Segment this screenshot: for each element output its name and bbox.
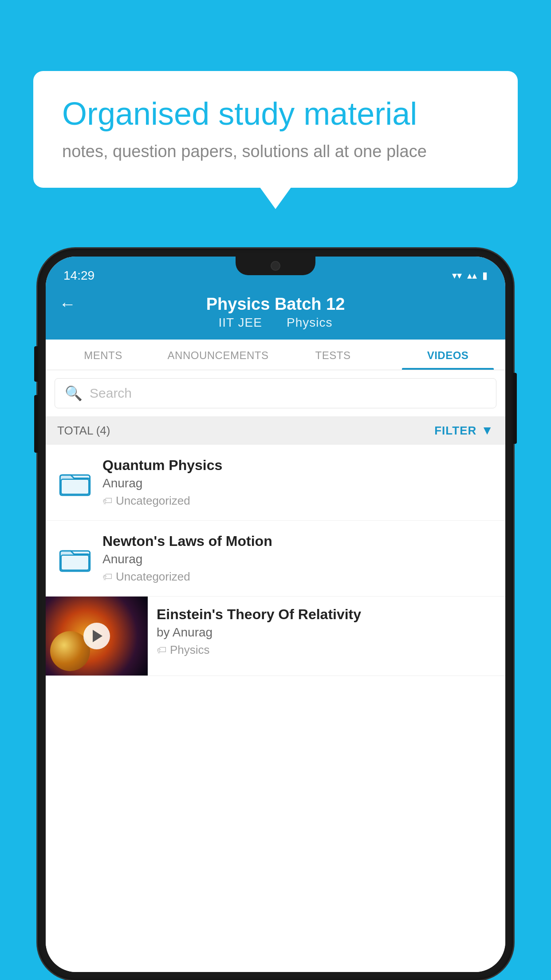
phone-btn-volume-up (34, 346, 38, 382)
back-button[interactable]: ← (59, 295, 76, 314)
search-icon: 🔍 (65, 385, 83, 402)
header-row: ← Physics Batch 12 (59, 295, 492, 314)
tab-videos[interactable]: VIDEOS (390, 340, 505, 370)
video-author: by Anurag (157, 625, 496, 640)
video-title: Einstein's Theory Of Relativity (157, 606, 496, 623)
tag-label: Physics (170, 643, 210, 657)
list-item[interactable]: Newton's Laws of Motion Anurag 🏷 Uncateg… (46, 521, 505, 597)
tag-icon: 🏷 (157, 644, 166, 656)
speech-bubble-section: Organised study material notes, question… (33, 71, 518, 188)
video-folder-icon (57, 463, 93, 502)
tab-ments[interactable]: MENTS (46, 340, 161, 370)
phone-btn-volume-down (34, 395, 38, 453)
video-title: Newton's Laws of Motion (102, 533, 494, 549)
tag-icon: 🏷 (102, 571, 112, 583)
video-author: Anurag (102, 476, 494, 490)
list-item[interactable]: Quantum Physics Anurag 🏷 Uncategorized (46, 445, 505, 521)
folder-svg (59, 466, 91, 498)
filter-funnel-icon: ▼ (481, 423, 494, 438)
list-item[interactable]: Einstein's Theory Of Relativity by Anura… (46, 597, 505, 676)
total-count: TOTAL (4) (57, 424, 110, 438)
svg-rect-3 (61, 555, 89, 570)
speech-bubble-heading: Organised study material (62, 95, 489, 132)
phone-btn-power (513, 373, 517, 444)
video-info: Quantum Physics Anurag 🏷 Uncategorized (102, 457, 494, 508)
video-title: Quantum Physics (102, 457, 494, 474)
folder-svg (59, 542, 91, 574)
status-time: 14:29 (63, 269, 94, 283)
search-container: 🔍 Search (46, 370, 505, 416)
signal-icon: ▴▴ (467, 270, 477, 281)
tag-icon: 🏷 (102, 495, 112, 507)
tab-tests[interactable]: TESTS (276, 340, 390, 370)
phone-camera (271, 261, 280, 271)
speech-bubble-subtext: notes, question papers, solutions all at… (62, 142, 489, 161)
play-button[interactable] (83, 623, 110, 649)
video-tag: 🏷 Uncategorized (102, 570, 494, 584)
subtitle-part2: Physics (287, 316, 332, 329)
phone-outer-frame: 14:29 ▾▾ ▴▴ ▮ ← Physics Batch 12 IIT JEE… (38, 249, 513, 980)
video-folder-icon (57, 539, 93, 578)
wifi-icon: ▾▾ (452, 270, 462, 281)
video-author: Anurag (102, 552, 494, 566)
filter-label: FILTER (434, 424, 476, 438)
video-thumbnail (46, 597, 148, 676)
status-icons: ▾▾ ▴▴ ▮ (452, 270, 488, 281)
speech-bubble: Organised study material notes, question… (33, 71, 518, 188)
search-placeholder: Search (90, 386, 132, 401)
subtitle-part1: IIT JEE (219, 316, 262, 329)
app-title: Physics Batch 12 (206, 295, 345, 314)
app-subtitle: IIT JEE Physics (214, 316, 337, 330)
filter-button[interactable]: FILTER ▼ (434, 423, 494, 438)
tag-label: Uncategorized (116, 570, 190, 584)
tab-announcements[interactable]: ANNOUNCEMENTS (161, 340, 276, 370)
video-tag: 🏷 Physics (157, 643, 496, 657)
battery-icon: ▮ (482, 270, 488, 281)
video-info: Einstein's Theory Of Relativity by Anura… (148, 597, 505, 667)
phone-mockup: 14:29 ▾▾ ▴▴ ▮ ← Physics Batch 12 IIT JEE… (38, 249, 513, 980)
phone-notch (236, 257, 315, 275)
video-list: Quantum Physics Anurag 🏷 Uncategorized (46, 445, 505, 972)
play-triangle-icon (93, 630, 102, 642)
phone-screen: 14:29 ▾▾ ▴▴ ▮ ← Physics Batch 12 IIT JEE… (46, 257, 505, 972)
tag-label: Uncategorized (116, 494, 190, 508)
app-header: ← Physics Batch 12 IIT JEE Physics (46, 287, 505, 340)
video-info: Newton's Laws of Motion Anurag 🏷 Uncateg… (102, 533, 494, 584)
filter-bar: TOTAL (4) FILTER ▼ (46, 416, 505, 445)
tabs-bar: MENTS ANNOUNCEMENTS TESTS VIDEOS (46, 340, 505, 370)
search-bar[interactable]: 🔍 Search (55, 378, 496, 408)
svg-rect-1 (61, 479, 89, 494)
video-tag: 🏷 Uncategorized (102, 494, 494, 508)
